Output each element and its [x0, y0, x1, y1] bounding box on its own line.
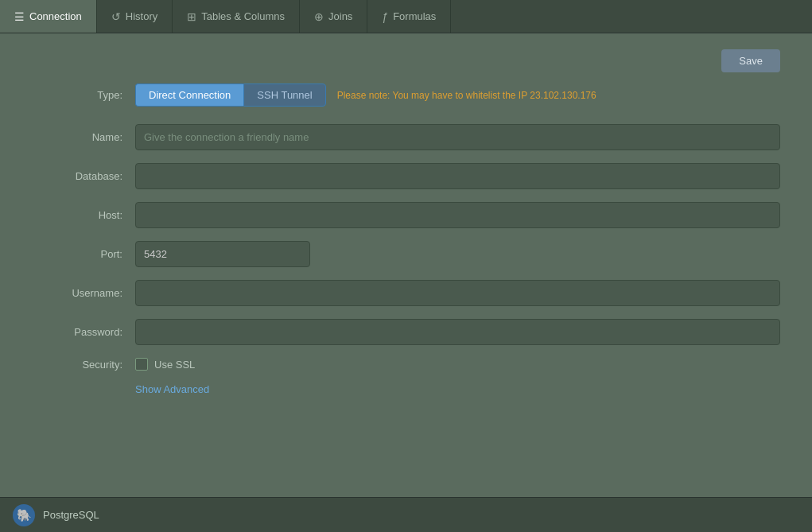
tab-joins-label: Joins — [328, 10, 352, 22]
tab-connection-label: Connection — [29, 10, 82, 22]
password-row: Password: — [32, 319, 780, 345]
host-label: Host: — [32, 209, 135, 221]
type-label: Type: — [32, 89, 135, 101]
tab-formulas-label: Formulas — [393, 10, 436, 22]
db-elephant-icon: 🐘 — [17, 508, 32, 522]
port-input[interactable] — [135, 241, 310, 267]
security-label: Security: — [32, 359, 135, 371]
security-row: Security: Use SSL — [32, 358, 780, 371]
database-row: Database: — [32, 163, 780, 189]
type-toggle: Direct Connection SSH Tunnel — [135, 83, 326, 107]
history-icon: ↺ — [111, 10, 121, 23]
formulas-icon: ƒ — [382, 10, 388, 23]
save-button[interactable]: Save — [721, 49, 780, 72]
username-input[interactable] — [135, 280, 780, 306]
tab-tables-label: Tables & Columns — [201, 10, 285, 22]
username-label: Username: — [32, 287, 135, 299]
tab-history[interactable]: ↺ History — [97, 0, 173, 33]
tab-connection[interactable]: ☰ Connection — [0, 0, 97, 33]
name-input[interactable] — [135, 124, 780, 150]
database-label: Database: — [32, 170, 135, 182]
tab-history-label: History — [126, 10, 157, 22]
password-input[interactable] — [135, 319, 780, 345]
show-advanced-link[interactable]: Show Advanced — [135, 383, 780, 395]
host-input[interactable] — [135, 202, 780, 228]
username-row: Username: — [32, 280, 780, 306]
database-input[interactable] — [135, 163, 780, 189]
top-actions: Save — [32, 49, 780, 72]
name-row: Name: — [32, 124, 780, 150]
tab-tables-columns[interactable]: ⊞ Tables & Columns — [173, 0, 300, 33]
connection-icon: ☰ — [14, 10, 25, 23]
direct-connection-button[interactable]: Direct Connection — [135, 83, 243, 107]
port-row: Port: — [32, 241, 780, 267]
type-row: Type: Direct Connection SSH Tunnel Pleas… — [32, 83, 780, 107]
bottom-bar: 🐘 PostgreSQL — [0, 497, 812, 532]
port-label: Port: — [32, 248, 135, 260]
password-label: Password: — [32, 326, 135, 338]
main-content: Save Type: Direct Connection SSH Tunnel … — [0, 33, 812, 497]
host-row: Host: — [32, 202, 780, 228]
use-ssl-label: Use SSL — [154, 359, 195, 371]
name-label: Name: — [32, 131, 135, 143]
ssl-checkbox-wrapper: Use SSL — [135, 358, 195, 371]
tab-formulas[interactable]: ƒ Formulas — [367, 0, 451, 33]
ssh-tunnel-button[interactable]: SSH Tunnel — [243, 83, 325, 107]
top-nav: ☰ Connection ↺ History ⊞ Tables & Column… — [0, 0, 812, 33]
joins-icon: ⊕ — [314, 10, 324, 23]
use-ssl-checkbox[interactable] — [135, 358, 148, 371]
tab-joins[interactable]: ⊕ Joins — [300, 0, 367, 33]
tables-icon: ⊞ — [187, 10, 196, 23]
whitelist-note: Please note: You may have to whitelist t… — [337, 90, 596, 101]
db-icon: 🐘 — [13, 504, 35, 526]
db-name-label: PostgreSQL — [43, 509, 99, 521]
